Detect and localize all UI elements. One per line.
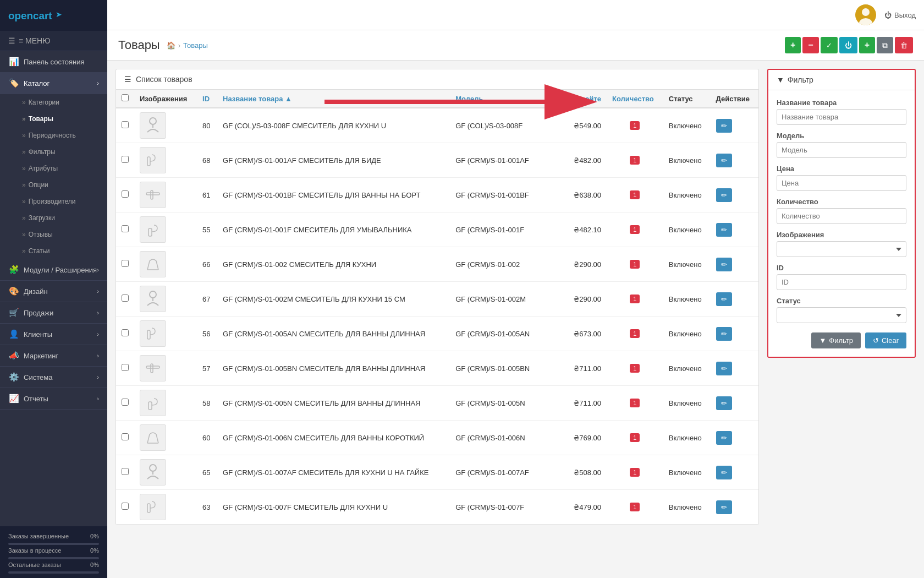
sidebar-item-manufacturers[interactable]: Производители — [0, 193, 107, 210]
filter-model-input[interactable] — [777, 142, 906, 158]
row-qty-cell: 1 — [607, 386, 663, 421]
row-model-cell: GF (CRM)/S-01-001BF — [450, 178, 541, 212]
row-checkbox[interactable] — [122, 433, 129, 440]
sidebar-item-system[interactable]: ⚙️ Система › — [0, 367, 107, 388]
logout-button[interactable]: ⏻ Выход — [884, 11, 916, 19]
row-checkbox[interactable] — [122, 156, 129, 163]
edit-button[interactable]: ✏ — [716, 292, 732, 306]
filter-image-select[interactable]: С изображением Без изображения — [777, 241, 906, 257]
edit-button[interactable]: ✏ — [716, 223, 732, 237]
stat-other-value: 0% — [90, 561, 99, 568]
sidebar-item-options[interactable]: Опции — [0, 177, 107, 193]
row-model-cell: GF (CRM)/S-01-001F — [450, 212, 541, 247]
edit-button[interactable]: ✏ — [716, 327, 732, 341]
filter-name-input[interactable] — [777, 109, 906, 125]
row-status-cell: Включено — [663, 178, 711, 212]
row-image-cell — [134, 386, 197, 421]
filter-heading: ▼ Фильтр — [768, 70, 915, 90]
main-content: ⏻ Выход Товары 🏠 › Товары + − ✓ ⏻ + ⧉ — [107, 0, 924, 578]
edit-button[interactable]: ✏ — [716, 431, 732, 445]
filter-button[interactable]: ▼ Фильтр — [811, 332, 861, 348]
edit-button[interactable]: ✏ — [716, 188, 732, 202]
row-qty-cell: 1 — [607, 455, 663, 490]
row-checkbox[interactable] — [122, 121, 129, 128]
filter-qty-input[interactable] — [777, 208, 906, 224]
select-all-checkbox[interactable] — [122, 94, 129, 101]
remove-button[interactable]: − — [802, 37, 818, 53]
product-image — [140, 147, 166, 173]
sidebar-item-downloads[interactable]: Загрузки — [0, 210, 107, 226]
sidebar-item-categories[interactable]: Категории — [0, 94, 107, 111]
row-checkbox[interactable] — [122, 503, 129, 510]
sidebar-item-modules[interactable]: 🧩 Модули / Расширения › — [0, 259, 107, 281]
plus2-button[interactable]: + — [859, 37, 875, 53]
sidebar-item-reviews[interactable]: Отзывы — [0, 226, 107, 243]
status-text: Включено — [669, 468, 702, 477]
stat-completed-value: 0% — [90, 533, 99, 539]
row-checkbox-cell — [116, 421, 134, 455]
products-table-wrapper: Изображения ID Название товара ▲ Модель … — [116, 90, 758, 525]
row-checkbox-cell — [116, 282, 134, 317]
duplicate-button[interactable]: ⧉ — [877, 37, 893, 53]
edit-button[interactable]: ✏ — [716, 258, 732, 271]
row-checkbox[interactable] — [122, 399, 129, 406]
table-row: 58 GF (CRM)/S-01-005N СМЕСИТЕЛЬ ДЛЯ ВАНН… — [116, 386, 758, 421]
col-header-qty[interactable]: Количество — [607, 90, 663, 108]
sidebar-item-articles[interactable]: Статьи — [0, 243, 107, 259]
row-checkbox[interactable] — [122, 295, 129, 302]
sidebar-item-catalog[interactable]: 🏷️ Каталог › — [0, 73, 107, 94]
edit-button[interactable]: ✏ — [716, 362, 732, 375]
row-checkbox[interactable] — [122, 225, 129, 232]
col-header-name[interactable]: Название товара ▲ — [217, 90, 450, 108]
row-action-cell: ✏ — [711, 421, 758, 455]
reviews-label: Отзывы — [29, 231, 53, 238]
sidebar-item-design[interactable]: 🎨 Дизайн › — [0, 281, 107, 302]
breadcrumb-products-link[interactable]: Товары — [183, 41, 208, 50]
clear-button[interactable]: ↺ Clear — [865, 332, 906, 348]
edit-button[interactable]: ✏ — [716, 396, 732, 410]
svg-rect-10 — [148, 228, 152, 236]
row-checkbox[interactable] — [122, 364, 129, 371]
row-checkbox[interactable] — [122, 329, 129, 336]
sidebar-item-filters[interactable]: Фильтры — [0, 144, 107, 160]
sidebar-item-periodicity[interactable]: Периодичность — [0, 127, 107, 144]
edit-button[interactable]: ✏ — [716, 119, 732, 133]
row-image-cell — [134, 351, 197, 386]
sidebar-item-clients[interactable]: 👤 Клиенты › — [0, 324, 107, 345]
sidebar-item-reports[interactable]: 📈 Отчеты › — [0, 388, 107, 410]
edit-button[interactable]: ✏ — [716, 466, 732, 479]
delete-button[interactable]: 🗑 — [895, 37, 913, 53]
power-button[interactable]: ⏻ — [839, 37, 857, 53]
add-button[interactable]: + — [785, 37, 801, 53]
col-header-id[interactable]: ID — [197, 90, 217, 108]
col-header-price[interactable]: Цена на сайте — [542, 90, 607, 108]
sidebar-item-marketing[interactable]: 📣 Маркетинг › — [0, 345, 107, 367]
filter-group-qty: Количество — [777, 198, 906, 224]
content-area: ☰ Список товаров Изображения — [107, 61, 924, 533]
breadcrumb: 🏠 › Товары — [167, 41, 208, 50]
product-image — [140, 355, 166, 381]
sidebar-item-attributes[interactable]: Атрибуты — [0, 160, 107, 177]
stat-inprogress-value: 0% — [90, 547, 99, 554]
row-name-cell: GF (CRM)/S-01-001F СМЕСИТЕЛЬ ДЛЯ УМЫВАЛЬ… — [217, 212, 450, 247]
sidebar-item-dashboard[interactable]: 📊 Панель состояния — [0, 51, 107, 73]
filter-price-input[interactable] — [777, 175, 906, 191]
edit-button[interactable]: ✏ — [716, 500, 732, 514]
sidebar-item-sales[interactable]: 🛒 Продажи › — [0, 302, 107, 324]
copy-button[interactable]: ✓ — [821, 37, 838, 53]
edit-button[interactable]: ✏ — [716, 154, 732, 167]
sidebar-item-products[interactable]: Товары — [0, 111, 107, 127]
row-checkbox[interactable] — [122, 190, 129, 198]
row-checkbox[interactable] — [122, 260, 129, 267]
qty-badge: 1 — [630, 156, 640, 165]
periodicity-label: Периодичность — [29, 132, 76, 139]
design-icon: 🎨 — [8, 286, 19, 296]
marketing-label: Маркетинг — [24, 352, 58, 360]
row-checkbox[interactable] — [122, 468, 129, 475]
stat-completed-label: Заказы завершенные — [8, 533, 69, 539]
filter-id-input[interactable] — [777, 274, 906, 290]
col-header-model[interactable]: Модель — [450, 90, 541, 108]
menu-toggle[interactable]: ☰ ≡ МЕНЮ — [0, 31, 107, 51]
filter-status-label: Статус — [777, 297, 906, 305]
filter-status-select[interactable]: Включено Выключено — [777, 307, 906, 323]
